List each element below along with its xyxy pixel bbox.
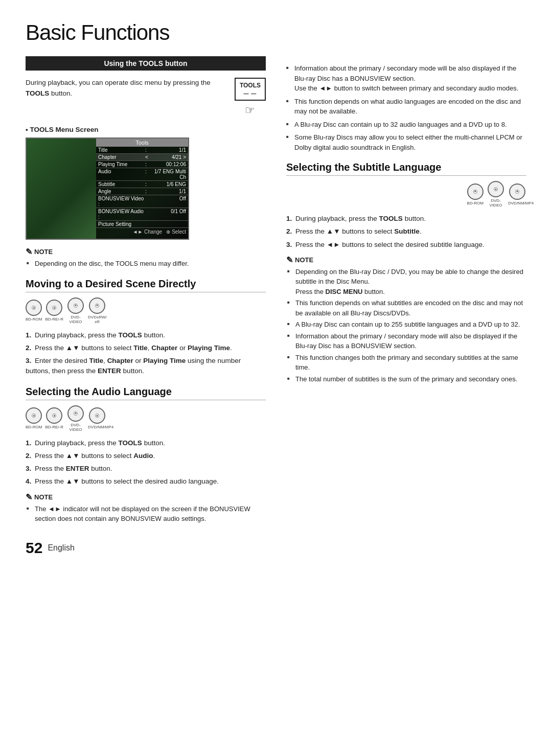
bullet-item: Some Blu-ray Discs may allow you to sele… [286,132,526,152]
note-item: This function depends on what subtitles … [286,298,526,318]
disc-circle: + [46,300,62,316]
note-item: The ◄► indicator will not be displayed o… [26,504,266,524]
note-label: NOTE [295,256,313,264]
note-icon: ✎ [26,492,32,502]
subtitle-note: ✎ NOTE Depending on the Blu-ray Disc / D… [286,255,526,384]
disc-icon-dvd-video-2: + DVD-VIDEO [66,405,85,432]
screen-overlay: Tools Title:1/1 Chapter<4/21 > Playing T… [96,139,188,239]
moving-steps: 1. During playback, press the TOOLS butt… [26,330,266,377]
bullet-item: Information about the primary / secondar… [286,63,526,94]
note-item: The total number of subtitles is the sum… [286,374,526,384]
right-column: Information about the primary / secondar… [286,56,526,557]
tools-icon: TOOLS — — [235,78,266,101]
disc-icon-bd-re-r-2: + BD-RE/-R [45,407,63,429]
disc-label: BD-ROM [467,201,484,205]
audio-steps: 1. During playback, press the TOOLS butt… [26,438,266,487]
audio-disc-icons: + BD-ROM + BD-RE/-R + DVD-VIDEO + DVD/NM… [26,405,266,432]
table-row: Playing Time:00:12:06 [96,161,188,168]
bullet-item: A Blu-ray Disc can contain up to 32 audi… [286,120,526,130]
tools-intro-text: During playback, you can operate disc me… [26,79,211,97]
step-1: 1. During playback, press the TOOLS butt… [26,438,266,448]
table-row: Angle:1/1 [96,188,188,195]
disc-circle: + [488,181,504,197]
disc-icon-dvd-nm-s: + DVD/NM/MP4 [508,184,526,205]
page-number: 52 [26,539,42,557]
bullet-item: This function depends on what audio lang… [286,97,526,117]
step-4: 4. Press the ▲▼ buttons to select the de… [26,476,266,487]
subtitle-steps: 1. During playback, press the TOOLS butt… [286,214,526,250]
tools-icon-label: TOOLS [240,81,261,90]
step-3: 3. Enter the desired Title, Chapter or P… [26,356,266,377]
note-title: ✎ NOTE [26,247,266,257]
disc-circle: + [89,297,105,314]
moving-disc-icons: + BD-ROM + BD-RE/-R + DVD-VIDEO + DVD±RW… [26,297,266,324]
disc-circle: + [67,405,84,422]
disc-circle: + [26,407,42,424]
note-label: NOTE [34,493,53,501]
disc-label: DVD-VIDEO [487,198,505,208]
tools-menu-label: • TOOLS Menu Screen [26,126,266,133]
tools-hand-icon: ☞ [235,102,266,119]
tools-button-box: Using the TOOLS button [26,56,266,71]
step-2: 2. Press the ▲▼ buttons to select Title,… [26,343,266,353]
page-title: Basic Functions [26,20,526,45]
audio-note: ✎ NOTE The ◄► indicator will not be disp… [26,492,266,524]
top-bullets-container: Information about the primary / secondar… [286,63,526,152]
note-icon: ✎ [26,247,32,257]
note-icon: ✎ [286,255,293,265]
disc-circle: + [67,297,84,314]
step-1: 1. During playback, press the TOOLS butt… [26,330,266,340]
disc-circle: + [26,300,42,316]
note-item: A Blu-ray Disc can contain up to 255 sub… [286,319,526,330]
table-row: Subtitle:1/6 ENG [96,181,188,188]
table-row: Chapter<4/21 > [96,154,188,161]
disc-circle: + [467,184,484,200]
subtitle-disc-icons: + BD-ROM + DVD-VIDEO + DVD/NM/MP4 [286,181,526,208]
table-row: Audio:1/7 ENG Multi Ch [96,168,188,181]
disc-icon-dvd-video-s: + DVD-VIDEO [487,181,505,208]
disc-icon-bd-re-r: + BD-RE/-R [45,300,63,322]
step-1: 1. During playback, press the TOOLS butt… [286,214,526,224]
disc-circle: + [46,407,62,424]
subtitle-disc-icons-row: + BD-ROM + DVD-VIDEO + DVD/NM/MP4 [467,181,526,208]
disc-label: DVD/NM/MP4 [88,425,106,429]
disc-icon-bd-rom: + BD-ROM [26,300,42,322]
disc-label: BD-RE/-R [45,425,63,429]
table-row: BONUSVIEW Video :Off [96,195,188,208]
disc-label: BD-RE/-R [45,317,63,322]
tools-table-footer: ◄► Change ⊕ Select [96,228,188,236]
subtitle-section-heading: Selecting the Subtitle Language [286,162,526,176]
disc-circle: + [509,184,525,200]
disc-icon-dvd-nm-2: + DVD/NM/MP4 [88,407,106,429]
tools-table: Tools Title:1/1 Chapter<4/21 > Playing T… [96,139,188,236]
disc-icon-bd-rom-2: + BD-ROM [26,407,42,429]
note-item: Depending on the Blu-ray Disc / DVD, you… [286,267,526,297]
page-language: English [48,543,74,553]
table-row: Picture Setting [96,221,188,228]
page-number-row: 52 English [26,539,266,557]
note-item: Information about the primary / secondar… [286,331,526,351]
disc-label: DVD±RW/±R [88,315,106,324]
note-label: NOTE [34,248,53,256]
tools-table-header: Tools [96,139,188,147]
step-2: 2. Press the ▲▼ buttons to select Audio. [26,451,266,461]
table-row: Title:1/1 [96,147,188,154]
disc-icon-bd-rom-s: + BD-ROM [467,184,484,205]
left-column: Using the TOOLS button During playback, … [26,56,266,557]
disc-label: DVD/NM/MP4 [508,201,526,205]
disc-circle: + [89,407,105,424]
disc-label: BD-ROM [26,317,42,322]
note-title: ✎ NOTE [286,255,526,265]
step-3: 3. Press the ◄► buttons to select the de… [286,240,526,250]
step-2: 2. Press the ▲▼ buttons to select Subtit… [286,226,526,237]
disc-label: BD-ROM [26,425,42,429]
note-item: This function changes both the primary a… [286,353,526,373]
tools-intro: During playback, you can operate disc me… [26,78,266,119]
table-row: BONUSVIEW Audio :0/1 Off [96,208,188,221]
tools-screen-mockup: Tools Title:1/1 Chapter<4/21 > Playing T… [26,138,189,240]
audio-section-heading: Selecting the Audio Language [26,386,266,400]
note-item: Depending on the disc, the TOOLS menu ma… [26,259,266,269]
note-title: ✎ NOTE [26,492,266,502]
step-3: 3. Press the ENTER button. [26,464,266,474]
disc-label: DVD-VIDEO [66,315,85,324]
